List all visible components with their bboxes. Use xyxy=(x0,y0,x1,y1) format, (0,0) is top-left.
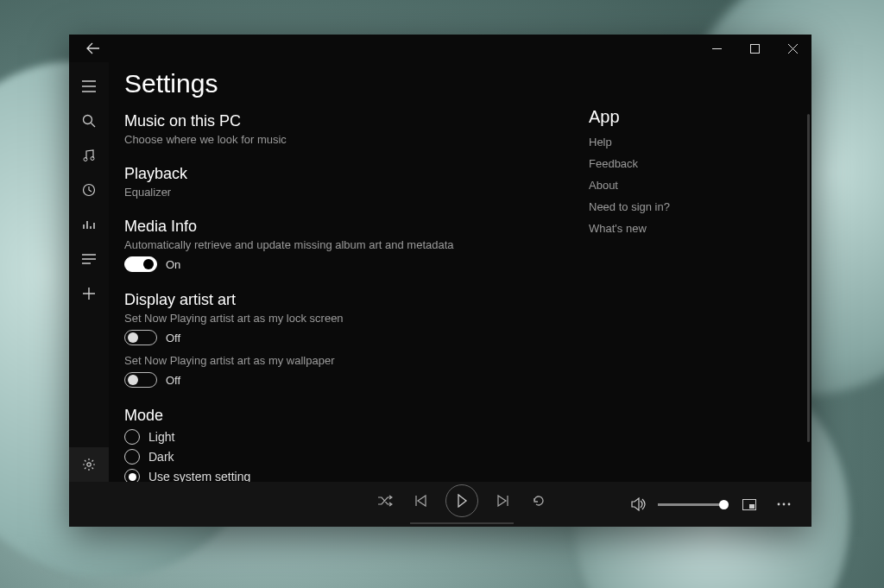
close-icon xyxy=(788,44,798,54)
lockscreen-toggle[interactable] xyxy=(124,330,157,345)
playlists-button[interactable] xyxy=(69,242,109,276)
mode-option-light[interactable]: Light xyxy=(124,429,563,445)
radio-label: Use system setting xyxy=(148,470,250,482)
whatsnew-link[interactable]: What's new xyxy=(589,222,787,235)
svg-point-10 xyxy=(788,503,791,506)
about-link[interactable]: About xyxy=(589,179,787,192)
scrollbar[interactable] xyxy=(807,114,810,442)
search-button[interactable] xyxy=(69,104,109,138)
miniplayer-button[interactable] xyxy=(737,492,761,516)
svg-point-2 xyxy=(84,158,87,161)
feedback-link[interactable]: Feedback xyxy=(589,157,787,170)
shuffle-button[interactable] xyxy=(373,489,397,513)
maximize-icon xyxy=(750,44,760,54)
plus-icon xyxy=(83,288,95,300)
where-we-look-link[interactable]: Choose where we look for music xyxy=(124,133,563,146)
lockscreen-description: Set Now Playing artist art as my lock sc… xyxy=(124,312,563,325)
signin-link[interactable]: Need to sign in? xyxy=(589,200,787,213)
section-media-info: Media Info Automatically retrieve and up… xyxy=(124,218,563,272)
back-button[interactable] xyxy=(79,35,107,62)
equalizer-bars-icon xyxy=(82,218,96,231)
toggle-state-label: On xyxy=(166,258,180,271)
now-playing-button[interactable] xyxy=(69,207,109,242)
app-window: Settings Music on this PC Choose where w… xyxy=(69,35,811,527)
hamburger-button[interactable] xyxy=(69,69,109,104)
close-button[interactable] xyxy=(774,35,811,62)
help-link[interactable]: Help xyxy=(589,136,787,149)
minimize-icon xyxy=(712,44,722,54)
skip-next-icon xyxy=(496,495,509,507)
section-artist-art: Display artist art Set Now Playing artis… xyxy=(124,291,563,388)
play-icon xyxy=(456,494,468,508)
section-heading: Music on this PC xyxy=(124,112,563,130)
player-bar xyxy=(69,482,811,527)
volume-slider[interactable] xyxy=(658,503,727,506)
toggle-state-label: Off xyxy=(166,374,180,387)
section-heading: Display artist art xyxy=(124,291,563,309)
playlist-icon xyxy=(82,253,96,265)
svg-point-3 xyxy=(91,157,94,161)
toggle-state-label: Off xyxy=(166,332,180,345)
mode-option-dark[interactable]: Dark xyxy=(124,449,563,465)
my-music-button[interactable] xyxy=(69,138,109,173)
repeat-icon xyxy=(532,494,546,508)
minimize-button[interactable] xyxy=(698,35,736,62)
section-playback: Playback Equalizer xyxy=(124,165,563,199)
app-heading: App xyxy=(589,107,787,127)
equalizer-link[interactable]: Equalizer xyxy=(124,186,563,199)
wallpaper-toggle[interactable] xyxy=(124,372,157,388)
shuffle-icon xyxy=(377,495,393,507)
gear-icon xyxy=(82,458,96,471)
mode-option-system[interactable]: Use system setting xyxy=(124,469,563,482)
svg-point-9 xyxy=(783,503,786,506)
more-button[interactable] xyxy=(772,492,796,516)
section-heading: Playback xyxy=(124,165,563,183)
progress-bar[interactable] xyxy=(410,522,514,524)
hamburger-icon xyxy=(82,80,96,92)
clock-icon xyxy=(82,183,96,197)
section-description: Automatically retrieve and update missin… xyxy=(124,238,563,251)
section-heading: Media Info xyxy=(124,218,563,236)
svg-point-1 xyxy=(84,116,92,124)
volume-button[interactable] xyxy=(627,492,651,516)
content-area: Settings Music on this PC Choose where w… xyxy=(109,62,811,482)
maximize-button[interactable] xyxy=(736,35,774,62)
miniplayer-icon xyxy=(742,499,756,510)
media-info-toggle[interactable] xyxy=(124,256,157,272)
page-title: Settings xyxy=(124,69,563,98)
volume-icon xyxy=(631,497,647,511)
search-icon xyxy=(82,114,96,128)
app-side-column: App Help Feedback About Need to sign in?… xyxy=(589,67,787,473)
svg-rect-0 xyxy=(750,44,759,53)
previous-button[interactable] xyxy=(409,489,433,513)
titlebar xyxy=(69,35,811,62)
section-mode: Mode Light Dark Use system setting xyxy=(124,407,563,482)
add-playlist-button[interactable] xyxy=(69,276,109,311)
section-heading: Mode xyxy=(124,407,563,425)
svg-point-8 xyxy=(778,503,780,506)
settings-button[interactable] xyxy=(69,447,109,482)
arrow-left-icon xyxy=(86,41,100,55)
music-note-icon xyxy=(82,149,96,162)
next-button[interactable] xyxy=(490,489,515,513)
repeat-button[interactable] xyxy=(527,489,551,513)
skip-previous-icon xyxy=(414,495,428,507)
wallpaper-description: Set Now Playing artist art as my wallpap… xyxy=(124,354,563,367)
section-music: Music on this PC Choose where we look fo… xyxy=(124,112,563,146)
svg-rect-7 xyxy=(749,504,755,509)
play-button[interactable] xyxy=(445,484,478,517)
svg-point-5 xyxy=(87,463,91,466)
radio-label: Dark xyxy=(148,450,174,464)
radio-label: Light xyxy=(148,430,174,444)
sidebar xyxy=(69,62,109,482)
recent-button[interactable] xyxy=(69,173,109,207)
more-icon xyxy=(777,503,791,506)
